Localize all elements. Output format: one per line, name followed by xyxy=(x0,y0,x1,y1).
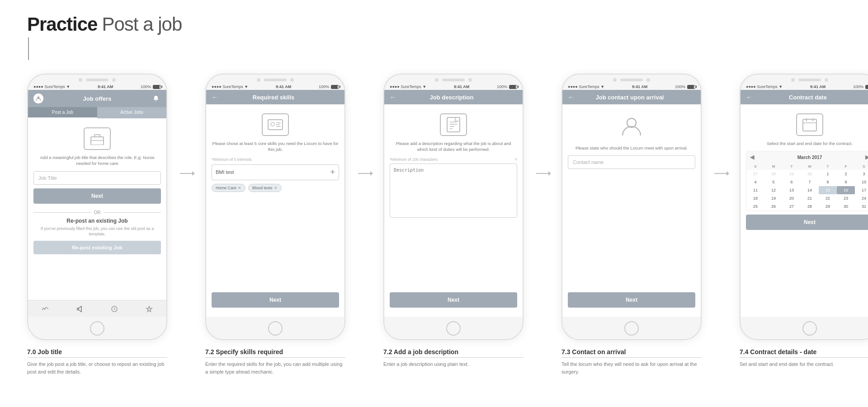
app-title-1: Job offers xyxy=(43,95,151,102)
bell-icon-1[interactable] xyxy=(151,94,161,103)
cal-day-12[interactable]: 12 xyxy=(764,186,783,194)
contact-name-input[interactable]: Contact name xyxy=(568,155,695,169)
cal-next[interactable]: ▶ xyxy=(865,154,868,160)
skill-tag-bloodtests[interactable]: Blood tests ✕ xyxy=(248,184,282,192)
icon-area-2 xyxy=(212,113,339,136)
home-circle-1[interactable] xyxy=(90,321,104,336)
battery-icon-1 xyxy=(153,85,161,89)
cal-day-25[interactable]: 25 xyxy=(746,202,764,211)
battery-pct-1: 100% xyxy=(141,84,151,89)
arrow-1 xyxy=(180,173,193,174)
cal-month-year: March 2017 xyxy=(797,155,822,160)
home-button-2[interactable] xyxy=(206,317,344,339)
cal-day-22[interactable]: 22 xyxy=(819,194,837,202)
cal-day-27b[interactable]: 27 xyxy=(783,202,801,211)
cal-day-11[interactable]: 11 xyxy=(746,186,764,194)
megaphone-icon[interactable] xyxy=(75,304,85,314)
cal-day-18[interactable]: 18 xyxy=(746,194,764,202)
svg-rect-10 xyxy=(447,117,460,132)
next-button-2[interactable]: Next xyxy=(212,292,339,308)
skill-plus-icon[interactable]: + xyxy=(330,168,335,177)
caption-number-4: 7.3 Contact on arrival xyxy=(561,348,702,356)
cal-day-24[interactable]: 24 xyxy=(855,194,868,202)
home-button-3[interactable] xyxy=(384,317,523,339)
cal-day-15[interactable]: 15 xyxy=(819,186,837,194)
caption-number-2: 7.2 Specify skills required xyxy=(205,348,345,356)
cal-day-31[interactable]: 31 xyxy=(855,202,868,211)
desc-text-5: Select the start and end date for the co… xyxy=(746,140,868,146)
phone-body-2: Please chose at least 5 core skills you … xyxy=(206,104,344,317)
tab-active-jobs[interactable]: Active Jobs xyxy=(97,107,166,118)
svg-rect-16 xyxy=(803,119,816,131)
status-bar-5: ●●●● SureTemps ▼ 9:41 AM 100% xyxy=(741,84,868,90)
home-button-4[interactable] xyxy=(562,317,701,339)
col-header-w: W xyxy=(801,163,819,170)
back-arrow-5[interactable]: ← xyxy=(746,94,752,101)
job-title-input[interactable]: Job Title xyxy=(33,171,161,185)
cal-day-30b[interactable]: 30 xyxy=(837,202,855,211)
next-button-5[interactable]: Next xyxy=(746,215,868,230)
cal-day-20[interactable]: 20 xyxy=(783,194,801,202)
cal-day-26[interactable]: 26 xyxy=(764,202,783,211)
cal-day-3[interactable]: 3 xyxy=(855,170,868,178)
phone-body-5: Select the start and end date for the co… xyxy=(741,104,868,317)
phone-unit-4: ●●●● SureTemps ▼ 9:41 AM 100% ← Job cont… xyxy=(561,74,702,375)
cal-day-8[interactable]: 8 xyxy=(819,178,837,186)
cal-day-23[interactable]: 23 xyxy=(837,194,855,202)
arrow-4 xyxy=(714,173,727,174)
cal-day-30a[interactable]: 30 xyxy=(801,170,819,178)
col-header-s2: S xyxy=(855,163,868,170)
remove-bloodtests[interactable]: ✕ xyxy=(274,186,278,190)
cal-day-9[interactable]: 9 xyxy=(837,178,855,186)
star-icon[interactable] xyxy=(144,304,154,314)
briefcase-icon xyxy=(84,127,111,150)
cal-day-4[interactable]: 4 xyxy=(746,178,764,186)
remove-homecare[interactable]: ✕ xyxy=(238,186,241,190)
cal-day-1[interactable]: 1 xyxy=(819,170,837,178)
cal-day-29b[interactable]: 29 xyxy=(819,202,837,211)
home-button-5[interactable] xyxy=(741,317,868,339)
caption-desc-5: Set and start and end date for the contr… xyxy=(740,360,868,368)
description-textarea[interactable] xyxy=(390,164,517,218)
phone-body-3: Please add a description regarding what … xyxy=(384,104,523,317)
cal-day-21[interactable]: 21 xyxy=(801,194,819,202)
min-note-2: *Minimum of 5 interests xyxy=(212,157,339,162)
cal-day-2[interactable]: 2 xyxy=(837,170,855,178)
activity-icon[interactable] xyxy=(40,304,50,314)
back-arrow-3[interactable]: ← xyxy=(390,94,396,101)
cal-day-17[interactable]: 17 xyxy=(855,186,868,194)
caption-5: 7.4 Contract details - date Set and star… xyxy=(740,348,868,368)
clock-icon[interactable] xyxy=(109,304,119,314)
cal-day-29a[interactable]: 29 xyxy=(783,170,801,178)
repost-button[interactable]: Re-post exisiting Job xyxy=(33,241,161,254)
cal-day-10[interactable]: 10 xyxy=(855,178,868,186)
phone-top-decor-1 xyxy=(28,75,166,84)
tab-post-job[interactable]: Post a Job xyxy=(28,107,97,118)
next-button-4[interactable]: Next xyxy=(568,292,695,308)
skill-input-row[interactable]: BMI test + xyxy=(212,164,339,180)
tab-bar-1: Post a Job Active Jobs xyxy=(28,107,166,118)
cal-day-13[interactable]: 13 xyxy=(783,186,801,194)
cal-day-16[interactable]: 16 xyxy=(837,186,855,194)
next-button-1[interactable]: Next xyxy=(33,188,161,204)
phone-unit-5: ●●●● SureTemps ▼ 9:41 AM 100% ← Contract… xyxy=(740,74,868,368)
svg-rect-1 xyxy=(91,137,104,145)
cal-day-19[interactable]: 19 xyxy=(764,194,783,202)
back-arrow-2[interactable]: ← xyxy=(212,94,218,101)
cal-day-27a[interactable]: 27 xyxy=(746,170,764,178)
cal-day-14[interactable]: 14 xyxy=(801,186,819,194)
col-header-f: F xyxy=(837,163,855,170)
cal-day-5[interactable]: 5 xyxy=(764,178,783,186)
back-arrow-4[interactable]: ← xyxy=(568,94,574,101)
cal-day-28a[interactable]: 28 xyxy=(764,170,783,178)
calendar-icon xyxy=(796,113,823,136)
cal-day-7[interactable]: 7 xyxy=(801,178,819,186)
cal-day-28b[interactable]: 28 xyxy=(801,202,819,211)
home-button-1[interactable] xyxy=(28,317,166,339)
skill-tag-homecare[interactable]: Home Care ✕ xyxy=(212,184,245,192)
cal-prev[interactable]: ◀ xyxy=(750,154,754,160)
arrow-2 xyxy=(358,173,371,174)
next-button-3[interactable]: Next xyxy=(390,292,517,308)
or-divider-1: OR xyxy=(33,210,161,215)
cal-day-6[interactable]: 6 xyxy=(783,178,801,186)
